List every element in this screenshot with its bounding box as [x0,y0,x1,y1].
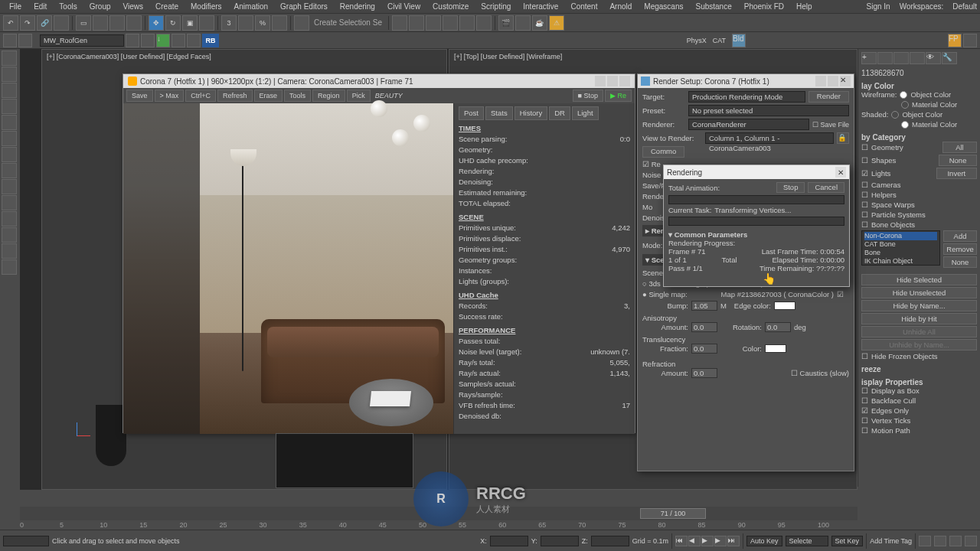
rs-vtr-dropdown[interactable]: Column 1, Column 1 - CoronaCamera003 [705,132,834,144]
prog-stop-button[interactable]: Stop [776,182,805,193]
select-object-button[interactable]: ▭ [76,15,91,31]
nav-orbit-button[interactable] [949,536,962,546]
nav-pan-button[interactable] [919,536,931,546]
rs-maximize-button[interactable] [828,76,838,86]
cmd-particle-check[interactable]: Particle Systems [871,210,926,219]
rs-re-check[interactable]: Re [652,160,661,168]
cmd-spacewarps-check[interactable]: Space Warps [871,201,915,209]
vtool-14[interactable] [2,259,17,275]
vtool-1[interactable] [2,51,17,66]
menu-rendering[interactable]: Rendering [334,2,381,11]
next-frame-button[interactable]: ▶ [714,536,727,546]
aux-btn-2[interactable] [18,34,32,47]
prog-cancel-button[interactable]: Cancel [808,182,844,193]
fb-tab-stats[interactable]: Stats [485,106,513,120]
fb-tools-button[interactable]: Tools [284,90,311,102]
schematic-view-button[interactable] [459,15,475,31]
cmd-tab-display[interactable]: 👁 [926,52,941,64]
cat-label[interactable]: CAT [713,37,726,44]
mirror-button[interactable] [392,15,407,31]
rs-edge-color-swatch[interactable] [774,302,795,310]
menu-create[interactable]: Create [149,2,185,11]
select-by-name-button[interactable] [93,15,108,31]
cmd-tab-motion[interactable] [910,52,925,64]
align-button[interactable] [409,15,424,31]
cmd-add-button[interactable]: Add [943,230,977,242]
cmd-hide-selected-button[interactable]: Hide Selected [861,274,977,285]
vtool-8[interactable] [2,163,17,178]
vtool-7[interactable] [2,147,17,162]
rs-target-dropdown[interactable]: Production Rendering Mode [688,91,805,103]
fb-pass-dropdown[interactable]: BEAUTY [372,92,571,99]
fb-refresh-button[interactable]: Refresh [217,90,253,102]
render-frame-button[interactable] [515,15,531,31]
cmd-invert-button[interactable]: Invert [936,168,977,179]
coord-z-input[interactable] [591,536,629,546]
vtool-4[interactable] [2,99,17,114]
menu-civil-view[interactable]: Civil View [381,2,426,11]
cmd-hide-by-name-button[interactable]: Hide by Name... [861,300,977,311]
cmd-lights-check[interactable]: Lights [871,169,890,178]
cmd-sh-mat-radio[interactable] [901,121,909,129]
rs-renderer-dropdown[interactable]: CoronaRenderer [688,119,809,130]
cmd-wf-mat-radio[interactable] [901,101,909,109]
cmd-display-box-check[interactable]: Display as Box [871,386,920,395]
fb-minimize-button[interactable] [595,76,606,86]
rs-trans-color-swatch[interactable] [765,344,786,353]
vtool-6[interactable] [2,131,17,146]
rendering-progress-dialog[interactable]: Rendering ✕ Total Animation: Stop Cancel… [663,165,850,287]
cmd-lay-color-h[interactable]: lay Color [861,82,977,90]
link-button[interactable]: 🔗 [37,15,52,31]
fb-stop-button[interactable]: ■ Stop [573,90,603,102]
cmd-remove-button[interactable]: Remove [943,243,977,255]
menu-help[interactable]: Help [790,2,818,11]
undo-button[interactable]: ↶ [3,15,18,31]
play-button[interactable]: ▶ [701,536,714,546]
fb-render-image[interactable] [123,103,454,434]
named-selection-button[interactable] [294,15,309,31]
rs-bump-spinner[interactable]: 1.05 [691,301,717,311]
rs-aniso-amount-spinner[interactable]: 0.0 [691,322,717,332]
menu-phoenix-fd[interactable]: Phoenix FD [738,2,790,11]
fb-region-button[interactable]: Region [312,90,345,102]
fb-tab-dr[interactable]: DR [549,106,570,120]
aux-btn-5[interactable]: ↓ [156,34,170,47]
cmd-all-button[interactable]: All [942,142,977,153]
angle-snap-button[interactable] [238,15,253,31]
nav-max-button[interactable] [965,536,977,546]
rs-fraction-spinner[interactable]: 0.0 [691,344,717,354]
physx-label[interactable]: PhysX [687,37,707,44]
cmd-hide-unselected-button[interactable]: Hide Unselected [861,287,977,298]
spinner-snap-button[interactable] [272,15,287,31]
goto-end-button[interactable]: ⏭ [727,536,740,546]
menu-scripting[interactable]: Scripting [475,2,517,11]
aux-last-button[interactable] [963,34,977,47]
menu-tools[interactable]: Tools [53,2,83,11]
snap-toggle-button[interactable]: 3 [221,15,237,31]
prog-common-params-h[interactable]: ▾ Common Parameters [668,230,844,239]
cmd-tab-utilities[interactable]: 🔧 [942,52,957,64]
material-editor-button[interactable] [476,15,492,31]
cmd-helpers-check[interactable]: Helpers [871,191,897,199]
percent-snap-button[interactable]: % [255,15,270,31]
timeline[interactable]: 71 / 100 [20,507,858,520]
cmd-geometry-check[interactable]: Geometry [871,143,903,152]
aux-btn-7[interactable] [187,34,201,47]
nav-zoom-button[interactable] [934,536,946,546]
rs-map-slot[interactable]: Map #2138627003 ( CoronaColor ) [721,290,834,298]
auto-key-button[interactable]: Auto Key [746,536,782,546]
goto-start-button[interactable]: ⏮ [675,536,688,546]
menu-edit[interactable]: Edit [28,2,53,11]
add-time-tag[interactable]: Add Time Tag [870,537,912,545]
vtool-9[interactable] [2,179,17,194]
select-move-button[interactable]: ✥ [149,15,164,31]
menu-modifiers[interactable]: Modifiers [185,2,228,11]
fb-titlebar[interactable]: Corona 7 (Hotfix 1) | 960×1200px (1:2) |… [123,74,635,88]
coord-y-input[interactable] [541,536,579,546]
cmd-wf-obj-radio[interactable] [900,91,907,99]
prog-close-button[interactable]: ✕ [835,167,846,178]
rs-render-button[interactable]: Render [808,91,849,103]
fb-tab-post[interactable]: Post [459,106,484,120]
fb-tab-history[interactable]: History [514,106,548,120]
rs-caustics-check[interactable]: Caustics (slow) [800,369,849,377]
